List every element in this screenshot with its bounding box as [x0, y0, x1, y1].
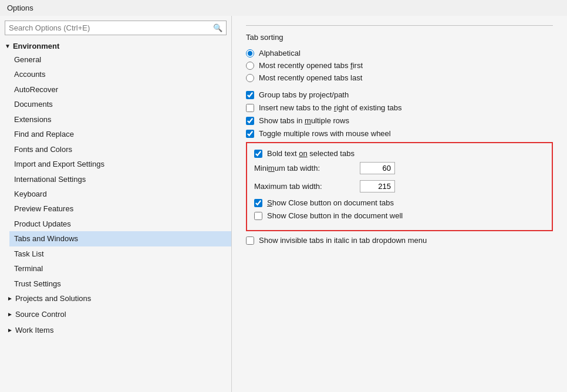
checkbox-bold-text[interactable]: Bold text on selected tabs: [254, 149, 545, 158]
radio-recently-last-input[interactable]: [246, 74, 254, 82]
checkbox-show-close-tabs[interactable]: Show Close button on document tabs: [254, 198, 545, 207]
checkbox-multiple-rows[interactable]: Show tabs in multiple rows: [246, 116, 553, 125]
checkbox-insert-right-label: Insert new tabs to the right of existing…: [259, 103, 402, 112]
expand-arrow-environment: ▼: [5, 43, 11, 49]
checkbox-invisible-tabs[interactable]: Show invisible tabs in italic in tab dro…: [246, 236, 553, 245]
source-control-label: Source Control: [15, 309, 66, 321]
checkbox-invisible-tabs-label: Show invisible tabs in italic in tab dro…: [259, 236, 427, 245]
checkbox-toggle-mousewheel[interactable]: Toggle multiple rows with mouse wheel: [246, 129, 553, 138]
tree-child-fonts-colors[interactable]: Fonts and Colors: [9, 142, 231, 157]
environment-label: Environment: [13, 42, 59, 50]
max-tab-width-row: Maximum tab width:: [254, 180, 545, 192]
radio-recently-first-input[interactable]: [246, 62, 254, 70]
radio-recently-last[interactable]: Most recently opened tabs last: [246, 73, 553, 82]
min-tab-width-label: Minimum tab width:: [254, 164, 360, 173]
tree-child-find-replace[interactable]: Find and Replace: [9, 127, 231, 141]
expand-arrow-projects: ►: [7, 294, 13, 303]
checkbox-show-close-well-label: Show Close button in the document well: [267, 211, 403, 220]
radio-recently-first[interactable]: Most recently opened tabs first: [246, 61, 553, 70]
checkbox-show-close-tabs-label: Show Close button on document tabs: [267, 198, 394, 207]
radio-recently-last-label: Most recently opened tabs last: [259, 73, 362, 82]
checkbox-group-by-project[interactable]: [246, 91, 254, 99]
tree-child-product-updates[interactable]: Product Updates: [9, 217, 231, 231]
search-icon: 🔍: [210, 21, 226, 35]
radio-alphabetical-input[interactable]: [246, 49, 254, 58]
tree-section-work-items[interactable]: ► Work Items: [0, 323, 231, 339]
tree-section-source-control[interactable]: ► Source Control: [0, 307, 231, 323]
right-panel: Tab sorting Alphabetical Most recently o…: [232, 16, 567, 392]
tree-child-task-list[interactable]: Task List: [9, 246, 231, 261]
title-bar: Options: [0, 0, 567, 16]
checkbox-group-tabs[interactable]: Group tabs by project/path: [246, 90, 553, 99]
checkbox-bold-text-label: Bold text on selected tabs: [267, 149, 355, 158]
left-panel: 🔍 ▼ Environment General Accounts AutoRec…: [0, 16, 232, 392]
tree-section-environment[interactable]: ▼ Environment: [0, 40, 231, 52]
tree-child-tabs-windows[interactable]: Tabs and Windows: [9, 231, 231, 246]
highlighted-section: Bold text on selected tabs Minimum tab w…: [246, 142, 553, 231]
tree-child-trust[interactable]: Trust Settings: [9, 276, 231, 291]
environment-children: General Accounts AutoRecover Documents E…: [0, 52, 231, 291]
projects-label: Projects and Solutions: [15, 293, 91, 305]
min-tab-width-row: Minimum tab width:: [254, 162, 545, 174]
max-tab-width-label: Maximum tab width:: [254, 182, 360, 191]
tree-child-terminal[interactable]: Terminal: [9, 261, 231, 276]
tree: ▼ Environment General Accounts AutoRecov…: [0, 39, 231, 392]
search-box[interactable]: 🔍: [5, 21, 227, 35]
max-tab-width-input[interactable]: [360, 180, 395, 192]
expand-arrow-work: ►: [7, 326, 13, 335]
checkbox-show-close-well-input[interactable]: [254, 212, 262, 220]
radio-alphabetical-label: Alphabetical: [259, 49, 301, 58]
tree-child-general[interactable]: General: [9, 52, 231, 67]
search-input[interactable]: [5, 21, 210, 35]
top-divider: [246, 25, 553, 26]
checkbox-show-close-tabs-input[interactable]: [254, 199, 262, 207]
tab-sorting-title: Tab sorting: [246, 33, 553, 42]
checkbox-multiple-rows-input[interactable]: [246, 117, 254, 125]
main-content: 🔍 ▼ Environment General Accounts AutoRec…: [0, 16, 567, 392]
tree-child-preview[interactable]: Preview Features: [9, 201, 231, 216]
checkbox-show-close-well[interactable]: Show Close button in the document well: [254, 211, 545, 220]
tree-section-projects[interactable]: ► Projects and Solutions: [0, 291, 231, 307]
radio-recently-first-label: Most recently opened tabs first: [259, 61, 363, 70]
window-title: Options: [7, 4, 33, 12]
checkbox-insert-right-input[interactable]: [246, 104, 254, 112]
work-items-label: Work Items: [15, 325, 54, 337]
checkbox-group-by-project-label: Group tabs by project/path: [259, 90, 349, 99]
checkbox-toggle-mousewheel-label: Toggle multiple rows with mouse wheel: [259, 129, 391, 138]
tree-child-extensions[interactable]: Extensions: [9, 112, 231, 127]
radio-alphabetical[interactable]: Alphabetical: [246, 49, 553, 58]
expand-arrow-source: ►: [7, 310, 13, 319]
options-window: Options 🔍 ▼ Environment General Accounts…: [0, 0, 567, 392]
radio-group-tab-sorting: Alphabetical Most recently opened tabs f…: [246, 49, 553, 82]
tree-child-documents[interactable]: Documents: [9, 97, 231, 111]
tree-child-accounts[interactable]: Accounts: [9, 67, 231, 82]
checkbox-bold-text-input[interactable]: [254, 150, 262, 158]
checkbox-toggle-mousewheel-input[interactable]: [246, 130, 254, 138]
tree-child-international[interactable]: International Settings: [9, 172, 231, 187]
tree-child-autorecover[interactable]: AutoRecover: [9, 82, 231, 97]
checkbox-multiple-rows-label: Show tabs in multiple rows: [259, 116, 349, 125]
checkbox-insert-right[interactable]: Insert new tabs to the right of existing…: [246, 103, 553, 112]
tree-child-import-export[interactable]: Import and Export Settings: [9, 157, 231, 171]
checkbox-invisible-tabs-input[interactable]: [246, 236, 254, 245]
tree-child-keyboard[interactable]: Keyboard: [9, 187, 231, 201]
min-tab-width-input[interactable]: [360, 162, 395, 174]
